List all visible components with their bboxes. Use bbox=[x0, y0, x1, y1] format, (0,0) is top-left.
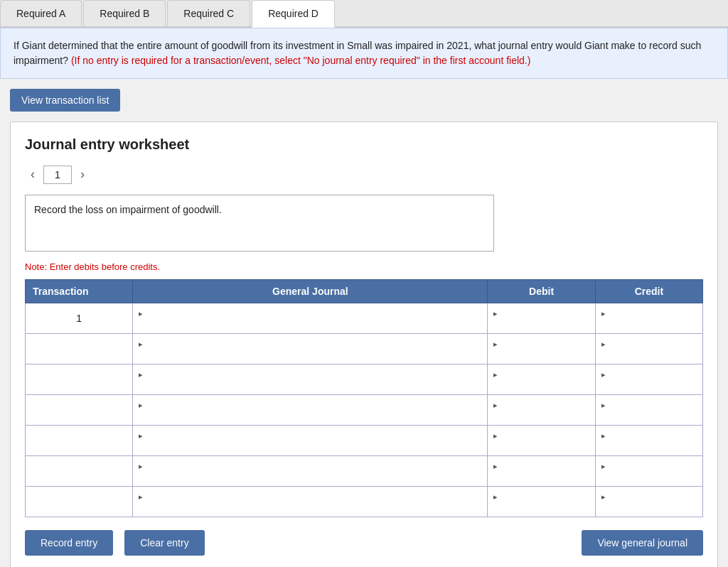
tab-required-c[interactable]: Required C bbox=[167, 0, 250, 26]
debit-cell[interactable]: ▸ bbox=[488, 487, 595, 517]
transaction-cell bbox=[26, 426, 133, 456]
table-row: ▸ ▸ ▸ bbox=[26, 426, 703, 456]
prev-entry-button[interactable]: ‹ bbox=[25, 164, 41, 185]
debit-cell[interactable]: ▸ bbox=[488, 456, 595, 487]
tabs-bar: Required A Required B Required C Require… bbox=[0, 0, 728, 28]
credit-cell[interactable]: ▸ bbox=[595, 456, 702, 487]
table-row: ▸ ▸ ▸ bbox=[26, 395, 703, 426]
credit-input[interactable] bbox=[601, 350, 697, 360]
credit-input[interactable] bbox=[601, 411, 697, 421]
journal-cell[interactable]: ▸ bbox=[133, 426, 488, 456]
journal-table: Transaction General Journal Debit Credit… bbox=[25, 279, 703, 517]
debit-input[interactable] bbox=[493, 441, 589, 452]
dropdown-arrow-icon: ▸ bbox=[139, 462, 143, 470]
transaction-cell bbox=[26, 334, 133, 364]
journal-cell[interactable]: ▸ bbox=[133, 456, 488, 487]
dropdown-arrow-icon: ▸ bbox=[139, 340, 143, 348]
credit-cell[interactable]: ▸ bbox=[595, 487, 702, 517]
transaction-cell bbox=[26, 364, 133, 395]
journal-input[interactable] bbox=[139, 472, 481, 482]
col-header-general-journal: General Journal bbox=[133, 280, 488, 303]
journal-input[interactable] bbox=[139, 441, 481, 452]
dropdown-arrow-icon: ▸ bbox=[139, 401, 143, 409]
dropdown-arrow-icon: ▸ bbox=[493, 401, 498, 409]
journal-cell[interactable]: ▸ bbox=[133, 487, 488, 517]
description-box: Record the loss on impairment of goodwil… bbox=[25, 195, 494, 252]
transaction-cell bbox=[26, 456, 133, 487]
journal-cell[interactable]: ▸ bbox=[133, 303, 488, 334]
col-header-transaction: Transaction bbox=[26, 280, 133, 303]
buttons-row: Record entry Clear entry View general jo… bbox=[25, 530, 703, 556]
debit-input[interactable] bbox=[493, 380, 589, 391]
dropdown-arrow-icon: ▸ bbox=[493, 340, 498, 348]
question-box: If Giant determined that the entire amou… bbox=[0, 28, 728, 79]
credit-cell[interactable]: ▸ bbox=[595, 303, 702, 334]
dropdown-arrow-icon: ▸ bbox=[601, 462, 606, 470]
next-entry-button[interactable]: › bbox=[75, 164, 90, 185]
transaction-cell bbox=[26, 395, 133, 426]
debit-input[interactable] bbox=[493, 350, 589, 360]
dropdown-arrow-icon: ▸ bbox=[601, 340, 606, 348]
journal-input[interactable] bbox=[139, 350, 481, 360]
journal-input[interactable] bbox=[139, 380, 481, 391]
debit-cell[interactable]: ▸ bbox=[488, 426, 595, 456]
credit-cell[interactable]: ▸ bbox=[595, 334, 702, 364]
view-transaction-button[interactable]: View transaction list bbox=[10, 89, 120, 112]
journal-input[interactable] bbox=[139, 319, 481, 330]
dropdown-arrow-icon: ▸ bbox=[601, 309, 606, 318]
debit-cell[interactable]: ▸ bbox=[488, 395, 595, 426]
debit-input[interactable] bbox=[493, 472, 589, 482]
table-row: ▸ ▸ ▸ bbox=[26, 487, 703, 517]
credit-input[interactable] bbox=[601, 441, 697, 452]
debit-cell[interactable]: ▸ bbox=[488, 364, 595, 395]
credit-input[interactable] bbox=[601, 380, 697, 391]
journal-input[interactable] bbox=[139, 502, 481, 513]
credit-input[interactable] bbox=[601, 502, 697, 513]
view-general-journal-button[interactable]: View general journal bbox=[582, 530, 703, 556]
table-row: ▸ ▸ ▸ bbox=[26, 456, 703, 487]
entry-number: 1 bbox=[43, 166, 72, 184]
record-entry-button[interactable]: Record entry bbox=[25, 530, 113, 556]
table-row: ▸ ▸ ▸ bbox=[26, 364, 703, 395]
clear-entry-button[interactable]: Clear entry bbox=[124, 530, 204, 556]
dropdown-arrow-icon: ▸ bbox=[139, 492, 143, 501]
dropdown-arrow-icon: ▸ bbox=[139, 309, 143, 318]
col-header-debit: Debit bbox=[488, 280, 595, 303]
debit-cell[interactable]: ▸ bbox=[488, 334, 595, 364]
table-row: ▸ ▸ ▸ bbox=[26, 334, 703, 364]
transaction-cell bbox=[26, 487, 133, 517]
tab-required-d[interactable]: Required D bbox=[252, 0, 335, 28]
dropdown-arrow-icon: ▸ bbox=[601, 370, 606, 379]
credit-input[interactable] bbox=[601, 472, 697, 482]
journal-cell[interactable]: ▸ bbox=[133, 395, 488, 426]
tab-required-a[interactable]: Required A bbox=[0, 0, 82, 26]
dropdown-arrow-icon: ▸ bbox=[493, 492, 498, 501]
journal-cell[interactable]: ▸ bbox=[133, 334, 488, 364]
credit-cell[interactable]: ▸ bbox=[595, 395, 702, 426]
debit-input[interactable] bbox=[493, 411, 589, 421]
worksheet-title: Journal entry worksheet bbox=[25, 136, 703, 153]
credit-input[interactable] bbox=[601, 319, 697, 330]
dropdown-arrow-icon: ▸ bbox=[601, 431, 606, 440]
dropdown-arrow-icon: ▸ bbox=[601, 401, 606, 409]
journal-cell[interactable]: ▸ bbox=[133, 364, 488, 395]
dropdown-arrow-icon: ▸ bbox=[139, 431, 143, 440]
credit-cell[interactable]: ▸ bbox=[595, 426, 702, 456]
dropdown-arrow-icon: ▸ bbox=[493, 431, 498, 440]
journal-input[interactable] bbox=[139, 411, 481, 421]
note-text: Note: Enter debits before credits. bbox=[25, 261, 703, 272]
question-red-text: (If no entry is required for a transacti… bbox=[71, 55, 530, 66]
table-row: 1▸ ▸ ▸ bbox=[26, 303, 703, 334]
dropdown-arrow-icon: ▸ bbox=[493, 370, 498, 379]
dropdown-arrow-icon: ▸ bbox=[493, 462, 498, 470]
debit-cell[interactable]: ▸ bbox=[488, 303, 595, 334]
debit-input[interactable] bbox=[493, 502, 589, 513]
dropdown-arrow-icon: ▸ bbox=[601, 492, 606, 501]
transaction-cell: 1 bbox=[26, 303, 133, 334]
worksheet-container: Journal entry worksheet ‹ 1 › Record the… bbox=[10, 122, 718, 567]
dropdown-arrow-icon: ▸ bbox=[139, 370, 143, 379]
tab-required-b[interactable]: Required B bbox=[83, 0, 166, 26]
dropdown-arrow-icon: ▸ bbox=[493, 309, 498, 318]
debit-input[interactable] bbox=[493, 319, 589, 330]
credit-cell[interactable]: ▸ bbox=[595, 364, 702, 395]
